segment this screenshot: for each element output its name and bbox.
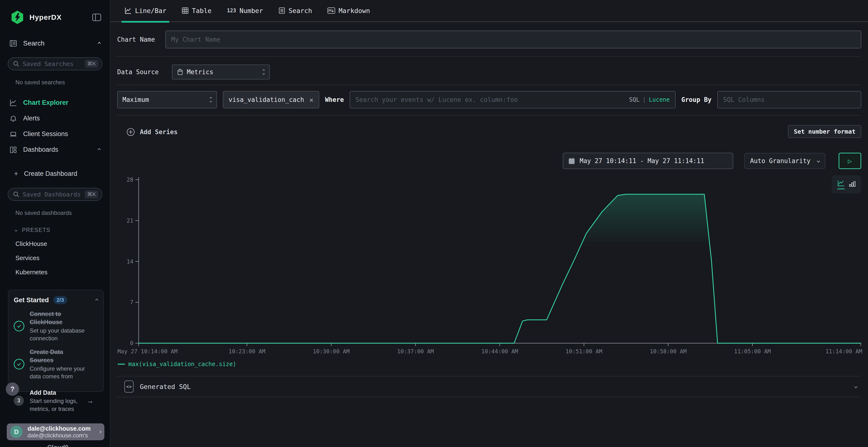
date-range-picker[interactable]: May 27 10:14:11 - May 27 11:14:11 — [563, 153, 733, 169]
hyperdx-logo-icon — [10, 10, 24, 25]
chevron-right-icon — [98, 431, 101, 434]
user-menu[interactable]: D dale@clickhouse.com dale@clickhouse.co… — [7, 423, 104, 440]
generated-sql-row[interactable]: <> Generated SQL — [117, 376, 861, 397]
nav-label: Dashboards — [23, 146, 98, 153]
svg-text:11:05:00 AM: 11:05:00 AM — [734, 348, 771, 354]
task-desc: Set up your database connection — [30, 327, 86, 342]
svg-text:11:14:00 AM: 11:14:00 AM — [826, 348, 862, 354]
code-icon: <> — [124, 381, 133, 392]
user-team: dale@clickhouse.com's — [28, 432, 99, 439]
sql-option[interactable]: SQL — [629, 96, 640, 103]
remove-tag-icon[interactable]: ✕ — [309, 96, 313, 104]
svg-text:May 27 10:14:00 AM: May 27 10:14:00 AM — [117, 348, 178, 354]
tab-label: Markdown — [339, 7, 370, 14]
get-started-item-connect[interactable]: Connect to ClickHouse Set up your databa… — [14, 310, 98, 342]
progress-badge: 2/3 — [53, 296, 67, 304]
metric-tag-label: visa_validation_cach — [228, 96, 304, 103]
data-source-select[interactable]: Metrics — [172, 65, 270, 79]
where-input[interactable] — [350, 92, 629, 108]
where-label: Where — [325, 96, 344, 103]
divider — [117, 56, 861, 57]
create-dashboard-button[interactable]: + Create Dashboard — [0, 170, 110, 178]
saved-dashboards-placeholder: Saved Dashboards — [23, 191, 85, 198]
chart-toolbar: May 27 10:14:11 - May 27 11:14:11 Auto G… — [563, 153, 861, 169]
database-icon — [177, 69, 183, 75]
preset-kubernetes[interactable]: Kubernetes — [0, 269, 110, 276]
sidebar-item-chart-explorer[interactable]: Chart Explorer — [0, 95, 110, 110]
magnifier-icon — [13, 191, 19, 198]
group-by-field — [717, 91, 861, 108]
timeseries-chart[interactable]: 07142128May 27 10:14:00 AM10:23:00 AM10:… — [111, 169, 868, 359]
data-source-value: Metrics — [187, 68, 213, 76]
preset-services[interactable]: Services — [0, 254, 110, 262]
run-query-button[interactable]: ▷ — [839, 153, 861, 169]
granularity-select[interactable]: Auto Granularity — [744, 153, 825, 169]
shortcut-badge: ⌘K — [85, 60, 98, 68]
chart-name-field — [165, 31, 861, 48]
chart-name-input[interactable] — [166, 31, 861, 48]
no-saved-searches: No saved searches — [0, 79, 110, 86]
chart-name-label: Chart Name — [117, 36, 165, 43]
tab-label: Number — [240, 7, 263, 14]
tab-search[interactable]: Search — [278, 0, 312, 22]
data-source-label: Data Source — [117, 68, 172, 76]
generated-sql-label: Generated SQL — [140, 383, 855, 390]
granularity-value: Auto Granularity — [750, 157, 810, 165]
sidebar-item-client-sessions[interactable]: Client Sessions — [0, 126, 110, 142]
preset-clickhouse[interactable]: ClickHouse — [0, 240, 110, 248]
sidebar-section-search[interactable]: Search — [0, 39, 110, 47]
svg-text:14: 14 — [127, 259, 133, 265]
get-started-item-add-data[interactable]: 3 Add Data Start sending logs, metrics, … — [14, 389, 98, 413]
clipped-footer-text: Cloud9 — [29, 444, 87, 447]
svg-text:10:37:00 AM: 10:37:00 AM — [397, 348, 434, 354]
line-chart-icon — [124, 7, 132, 14]
no-saved-dashboards: No saved dashboards — [0, 209, 110, 216]
group-by-input[interactable] — [718, 92, 861, 108]
saved-dashboards-input[interactable]: Saved Dashboards ⌘K — [8, 188, 102, 201]
nav-label: Chart Explorer — [23, 99, 100, 106]
help-button[interactable]: ? — [6, 382, 19, 396]
tab-number[interactable]: 123 Number — [227, 0, 263, 22]
task-title: Connect to ClickHouse — [30, 310, 86, 326]
sidebar-nav: Chart Explorer Alerts Client Sessions Da… — [0, 95, 110, 158]
select-chevrons-icon — [210, 97, 212, 102]
step-number-badge: 3 — [14, 396, 24, 406]
logo-row: HyperDX — [0, 0, 110, 25]
check-circle-icon — [14, 321, 24, 332]
calendar-icon — [568, 158, 575, 164]
collapse-sidebar-icon[interactable] — [92, 13, 101, 21]
magnifier-icon — [13, 61, 19, 67]
chart-type-tabbar: Line/Bar Table 123 Number Search Markdow… — [111, 0, 868, 22]
lucene-option[interactable]: Lucene — [649, 96, 670, 103]
get-started-item-sources[interactable]: Create Data Sources Configure where your… — [14, 348, 98, 380]
set-number-format-button[interactable]: Set number format — [788, 125, 861, 138]
chevron-up-icon — [98, 148, 101, 151]
avatar: D — [10, 425, 23, 438]
divider — [117, 397, 861, 398]
tab-table[interactable]: Table — [182, 0, 212, 22]
laptop-icon — [10, 131, 17, 138]
tab-line-bar[interactable]: Line/Bar — [124, 0, 166, 22]
svg-text:28: 28 — [127, 176, 133, 183]
nav-label: Client Sessions — [23, 130, 100, 138]
saved-searches-input[interactable]: Saved Searches ⌘K — [8, 57, 102, 70]
add-series-button[interactable]: Add Series — [126, 128, 178, 136]
tab-markdown[interactable]: Markdown — [328, 0, 370, 22]
task-title: Add Data — [30, 389, 86, 397]
table-icon — [182, 7, 189, 14]
metric-field-tag[interactable]: visa_validation_cach ✕ — [223, 91, 319, 108]
sidebar-item-dashboards[interactable]: Dashboards — [0, 142, 110, 158]
chevron-down-icon — [817, 160, 820, 163]
search-section-label: Search — [23, 39, 98, 47]
chevron-down-icon — [854, 385, 858, 388]
legend-label: max(visa_validation_cache.size) — [128, 361, 236, 368]
get-started-title: Get Started — [14, 297, 49, 304]
presets-label: PRESETS — [22, 227, 51, 233]
language-switch[interactable]: SQL | Lucene — [629, 96, 675, 103]
aggregation-select[interactable]: Maximum — [117, 91, 217, 108]
nav-label: Alerts — [23, 115, 100, 122]
chevron-up-icon[interactable] — [95, 299, 98, 302]
create-dashboard-label: Create Dashboard — [24, 170, 78, 177]
sidebar-item-alerts[interactable]: Alerts — [0, 110, 110, 126]
presets-toggle[interactable]: PRESETS — [0, 227, 110, 233]
